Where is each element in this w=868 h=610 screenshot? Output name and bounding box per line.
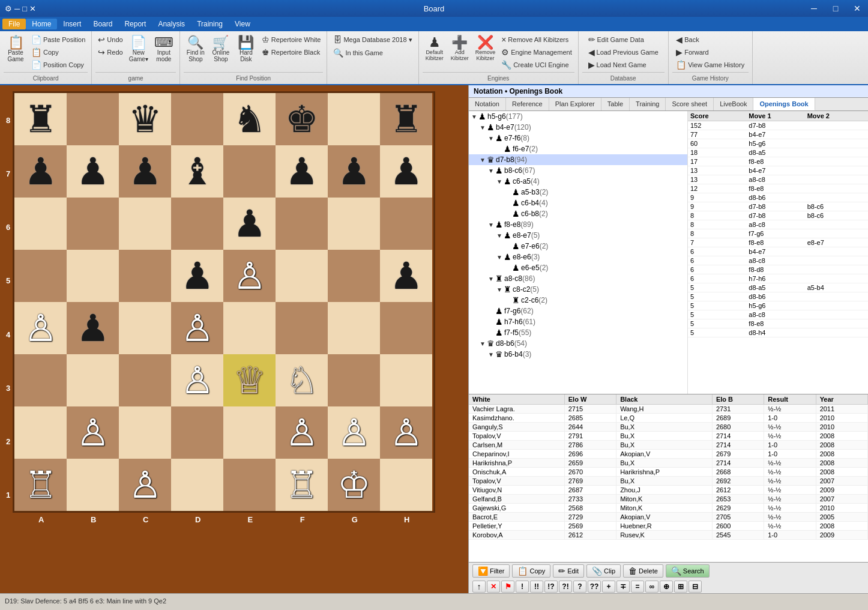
copy-position-button[interactable]: 📄 Position Copy — [29, 59, 88, 71]
game-row[interactable]: Kasimdzhano.2685Le,Q26891-02010 — [469, 414, 868, 423]
square-f2[interactable]: ♙ — [276, 406, 328, 459]
forward-button[interactable]: ▶ Forward — [674, 46, 747, 58]
annotation-plus-eq-button[interactable]: ⊕ — [660, 581, 673, 593]
tree-item[interactable]: ♟ f6-e7 (2) — [469, 143, 687, 154]
menu-home[interactable]: Home — [26, 19, 57, 29]
square-g5[interactable] — [328, 250, 380, 302]
find-in-shop-button[interactable]: 🔍 Find inShop — [184, 34, 208, 64]
score-row[interactable]: 7f8-e8e8-e7 — [688, 238, 868, 247]
menu-report[interactable]: Report — [118, 19, 152, 29]
nav-up-button[interactable]: ↑ — [472, 581, 486, 593]
square-a3[interactable] — [14, 354, 67, 406]
square-e6[interactable]: ♟ — [223, 198, 276, 250]
tab-reference[interactable]: Reference — [506, 98, 549, 110]
square-d5[interactable]: ♟ — [171, 250, 223, 302]
game-row[interactable]: Gelfand,B2733Miton,K2653½-½2007 — [469, 495, 868, 504]
tree-item[interactable]: ▼♟ b4-e7 (120) — [469, 122, 687, 133]
maximize-icon[interactable]: □ — [22, 4, 27, 13]
square-a2[interactable] — [14, 406, 67, 459]
square-c7[interactable]: ♟ — [119, 145, 171, 198]
square-g7[interactable]: ♟ — [328, 145, 380, 198]
score-row[interactable]: 8f7-g6 — [688, 229, 868, 238]
tab-score-sheet[interactable]: Score sheet — [666, 98, 714, 110]
score-row[interactable]: 17f8-e8 — [688, 157, 868, 166]
square-d3[interactable]: ♙ — [171, 354, 223, 406]
tree-item[interactable]: ▼♜ a8-c8 (86) — [469, 273, 687, 284]
score-row[interactable]: 5h5-g6 — [688, 301, 868, 310]
square-b7[interactable]: ♟ — [67, 145, 119, 198]
square-c5[interactable] — [119, 250, 171, 302]
tree-item[interactable]: ♟ e6-e5 (2) — [469, 262, 687, 273]
load-previous-game-button[interactable]: ◀ Load Previous Game — [586, 46, 661, 58]
square-c4[interactable] — [119, 302, 171, 354]
tree-item[interactable]: ▼♟ b8-c6 (67) — [469, 165, 687, 176]
square-e1[interactable] — [223, 459, 276, 511]
square-d6[interactable] — [171, 198, 223, 250]
square-a4[interactable]: ♙ — [14, 302, 67, 354]
square-g8[interactable] — [328, 93, 380, 145]
in-this-game-button[interactable]: 🔍 In this Game — [331, 47, 414, 59]
square-d7[interactable]: ♝ — [171, 145, 223, 198]
score-row[interactable]: 9d8-b6 — [688, 193, 868, 202]
square-e8[interactable]: ♞ — [223, 93, 276, 145]
edit-game-data-button[interactable]: ✏ Edit Game Data — [586, 34, 661, 46]
tree-item[interactable]: ▼♛ b6-b4 (3) — [469, 349, 687, 360]
square-g3[interactable] — [328, 354, 380, 406]
annotation-dubious-button[interactable]: ?! — [559, 581, 572, 593]
score-row[interactable]: 6h7-h6 — [688, 274, 868, 283]
square-b4[interactable]: ♟ — [67, 302, 119, 354]
score-row[interactable]: 6f8-d8 — [688, 265, 868, 274]
annotation-box-plus-button[interactable]: ⊞ — [674, 581, 687, 593]
square-d8[interactable] — [171, 93, 223, 145]
tree-item[interactable]: ♟ f7-g6 (62) — [469, 306, 687, 316]
square-a7[interactable]: ♟ — [14, 145, 67, 198]
square-h1[interactable] — [380, 459, 432, 511]
score-row[interactable]: 18d8-a5 — [688, 148, 868, 157]
view-game-history-button[interactable]: 📋 View Game History — [674, 59, 747, 71]
square-g1[interactable]: ♔ — [328, 459, 380, 511]
default-kibitzer-button[interactable]: ♟ DefaultKibitzer — [423, 34, 447, 62]
game-row[interactable]: Korobov,A2612Rusev,K25451-02009 — [469, 531, 868, 540]
square-e2[interactable] — [223, 406, 276, 459]
annotation-x-button[interactable]: ✕ — [487, 581, 500, 593]
annotation-minus-plus-button[interactable]: ∓ — [616, 581, 630, 593]
tree-item[interactable]: ♟ c6-b8 (2) — [469, 208, 687, 219]
tab-table[interactable]: Table — [601, 98, 630, 110]
minimize-btn[interactable]: ─ — [803, 0, 825, 17]
score-row[interactable]: 152d7-b8 — [688, 121, 868, 130]
game-row[interactable]: Harikrishna,P2659Bu,X2714½-½2008 — [469, 459, 868, 468]
annotation-plus-button[interactable]: + — [602, 581, 615, 593]
score-row[interactable]: 5d8-a5a5-b4 — [688, 283, 868, 292]
game-row[interactable]: Carlsen,M2786Bu,X27141-02008 — [469, 441, 868, 450]
square-d1[interactable] — [171, 459, 223, 511]
game-row[interactable]: Vachier Lagra.2715Wang,H2731½-½2011 — [469, 405, 868, 414]
score-row[interactable]: 8d7-b8b8-c6 — [688, 211, 868, 220]
square-f5[interactable] — [276, 250, 328, 302]
square-f1[interactable]: ♖ — [276, 459, 328, 511]
annotation-interesting-button[interactable]: !? — [544, 581, 558, 593]
square-a6[interactable] — [14, 198, 67, 250]
game-row[interactable]: Ganguly,S2644Bu,X2680½-½2010 — [469, 423, 868, 432]
new-game-button[interactable]: 📄 NewGame▾ — [127, 34, 151, 64]
minimize-icon[interactable]: ─ — [14, 4, 20, 13]
close-btn[interactable]: ✕ — [846, 0, 868, 17]
square-h2[interactable]: ♙ — [380, 406, 432, 459]
game-row[interactable]: Topalov,V2769Bu,X2692½-½2007 — [469, 477, 868, 486]
engine-management-button[interactable]: ⚙ Engine Management — [499, 46, 574, 58]
annotation-blunder-button[interactable]: ?? — [588, 581, 601, 593]
tab-training[interactable]: Training — [630, 98, 666, 110]
menu-board[interactable]: Board — [87, 19, 118, 29]
remove-kibitzer-button[interactable]: ❌ RemoveKibitzer — [473, 34, 498, 62]
score-row[interactable]: 77b4-e7 — [688, 130, 868, 139]
square-f6[interactable] — [276, 198, 328, 250]
square-b8[interactable] — [67, 93, 119, 145]
delete-button[interactable]: 🗑 Delete — [623, 564, 663, 578]
square-g4[interactable] — [328, 302, 380, 354]
square-a5[interactable] — [14, 250, 67, 302]
undo-button[interactable]: ↩ Undo — [95, 34, 125, 46]
remove-all-kibitzers-button[interactable]: × Remove All Kibitzers — [499, 34, 574, 46]
square-d4[interactable]: ♙ — [171, 302, 223, 354]
score-row[interactable]: 8a8-c8 — [688, 220, 868, 229]
menu-training[interactable]: Training — [191, 19, 229, 29]
square-f7[interactable]: ♟ — [276, 145, 328, 198]
